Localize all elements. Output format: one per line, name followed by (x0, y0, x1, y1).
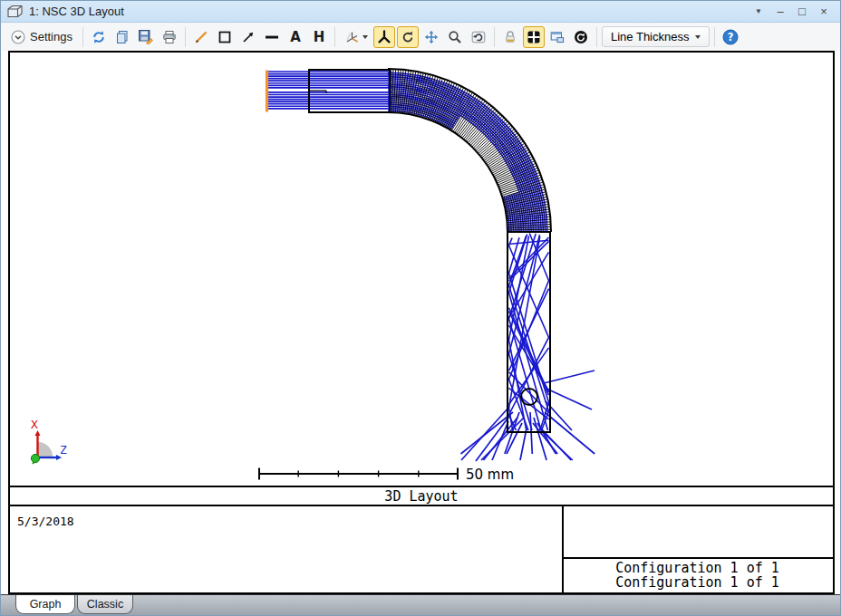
layout-plot-frame: 50 mm X Z 3D Layout 5/3/2018 Configurati… (8, 51, 835, 594)
orientation-triad: X Z (31, 418, 67, 464)
draw-line-button[interactable] (190, 26, 212, 48)
fill-frame-icon (527, 30, 541, 44)
settings-chevron-icon (11, 30, 25, 44)
magnifier-icon (448, 30, 462, 44)
view-orientation-icon (343, 30, 360, 44)
rotate-toggle-button[interactable] (397, 26, 419, 48)
toolbar-separator (714, 27, 715, 47)
scale-label: 50 mm (466, 467, 514, 483)
rectangle-icon (218, 30, 232, 44)
spin-button[interactable] (570, 26, 592, 48)
rotate-icon (401, 30, 415, 44)
window-menu-button[interactable]: ▼ (748, 3, 769, 21)
copy-button[interactable] (111, 26, 133, 48)
nsc-3d-layout-canvas[interactable]: 50 mm X Z (10, 53, 833, 486)
tab-classic[interactable]: Classic (77, 595, 133, 614)
toolbar-separator (596, 27, 597, 47)
lock-icon (503, 30, 517, 44)
line-thickness-button[interactable]: Line Thickness (602, 26, 710, 47)
draw-thick-line-button[interactable] (261, 26, 283, 48)
axis-z-label: Z (60, 443, 67, 457)
print-icon (162, 30, 177, 44)
close-button[interactable]: × (813, 3, 835, 21)
configuration-cell: Configuration 1 of 1 Configuration 1 of … (564, 559, 831, 592)
divider (10, 505, 833, 506)
dimension-tool-icon: H (314, 29, 325, 45)
draw-rectangle-button[interactable] (214, 26, 236, 48)
date-label: 5/3/2018 (17, 515, 74, 528)
plot-title-band: 3D Layout (10, 486, 833, 505)
toolbar-separator (185, 27, 186, 47)
pan-icon (424, 30, 439, 44)
title-bar: 1: NSC 3D Layout ▼ – □ × (1, 1, 840, 23)
thick-line-icon (265, 30, 279, 44)
view-reset-icon (471, 30, 486, 44)
tab-bar: Graph Classic (1, 594, 840, 616)
fill-frame-button[interactable] (523, 26, 545, 48)
print-button[interactable] (159, 26, 180, 48)
toolbar-separator (494, 27, 495, 47)
pan-button[interactable] (420, 26, 442, 48)
configuration-line: Configuration 1 of 1 (615, 575, 779, 590)
minimize-button[interactable]: – (769, 3, 791, 21)
window-title: 1: NSC 3D Layout (29, 5, 124, 18)
aspect-ratio-icon (550, 30, 565, 44)
line-thickness-caret-icon (695, 35, 701, 39)
draw-arrow-button[interactable] (237, 26, 259, 48)
app-window: 1: NSC 3D Layout ▼ – □ × Settings (0, 0, 841, 616)
help-button[interactable]: ? (720, 26, 741, 48)
arrow-icon (241, 30, 256, 44)
view-reset-button[interactable] (468, 26, 489, 48)
save-button[interactable] (135, 26, 157, 48)
refresh-button[interactable] (88, 26, 110, 48)
help-icon: ? (722, 29, 739, 45)
zoom-button[interactable] (444, 26, 466, 48)
spin-icon (574, 30, 588, 44)
maximize-button[interactable]: □ (791, 3, 813, 21)
toolbar-separator (82, 27, 83, 47)
settings-label: Settings (30, 30, 72, 43)
view-orientation-caret-icon (362, 35, 368, 39)
copy-icon (115, 30, 130, 44)
settings-button[interactable]: Settings (5, 26, 78, 48)
text-tool-icon: A (290, 29, 301, 45)
axes-toggle-button[interactable] (373, 26, 395, 48)
pencil-line-icon (194, 30, 208, 44)
refresh-icon (92, 30, 106, 44)
aspect-ratio-button[interactable] (546, 26, 568, 48)
tab-graph[interactable]: Graph (15, 595, 75, 614)
window-icon (6, 5, 24, 19)
lock-button[interactable] (499, 26, 521, 48)
configuration-line: Configuration 1 of 1 (615, 561, 779, 575)
save-icon (138, 29, 153, 44)
axes-toggle-icon (377, 30, 392, 44)
ray-trace-scene (267, 69, 595, 461)
toolbar: Settings (1, 23, 840, 51)
draw-dimension-button[interactable]: H (308, 26, 330, 48)
scale-bar (258, 468, 459, 480)
draw-text-button[interactable]: A (285, 26, 306, 48)
axis-x-label: X (31, 418, 38, 431)
svg-text:?: ? (728, 31, 734, 43)
toolbar-separator (334, 27, 335, 47)
line-thickness-label: Line Thickness (611, 30, 689, 43)
view-orientation-button[interactable] (340, 26, 372, 48)
